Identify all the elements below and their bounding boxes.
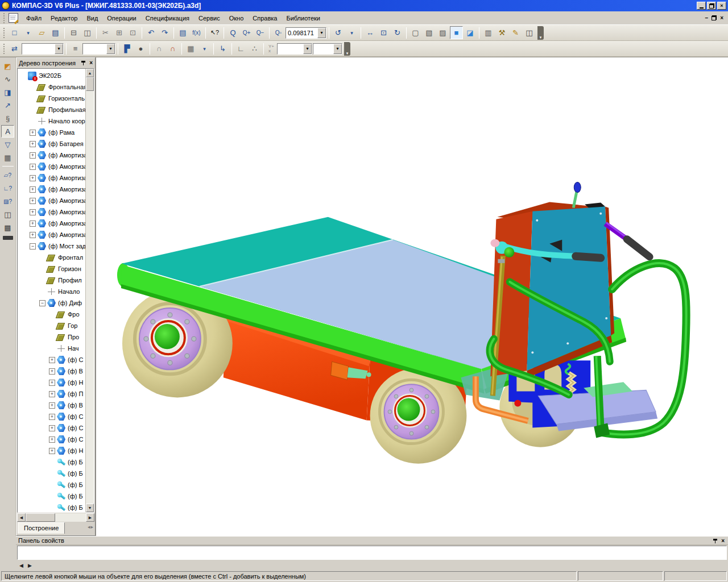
tree-node[interactable]: Начало коор [18, 115, 85, 127]
mdi-close-button[interactable]: × [720, 15, 723, 21]
spatial-curves-button[interactable]: ∿ [1, 73, 14, 85]
tree-node[interactable]: +(ф) С [18, 422, 85, 434]
tree-expander-icon[interactable]: + [30, 186, 36, 193]
edit-part-button[interactable]: ◩ [1, 60, 14, 72]
assembly-parts-button[interactable]: ▩ [1, 221, 14, 234]
tree-node[interactable]: Фронтал [18, 252, 85, 263]
tree-node[interactable]: +(ф) Амортиза [18, 172, 85, 184]
tree-node[interactable]: +(ф) В [18, 365, 85, 377]
scroll-down-icon[interactable]: ▼ [86, 504, 94, 512]
scale-combo-dropdown-icon[interactable]: ▾ [317, 28, 326, 38]
tree-node[interactable]: +(ф) Н [18, 377, 85, 388]
coord-y-input[interactable]: ▾ [277, 43, 312, 55]
scroll-right-icon[interactable]: ▶ [86, 513, 94, 522]
menu-item-9[interactable]: Библиотеки [282, 13, 325, 23]
shaded-button[interactable]: ■ [450, 26, 463, 39]
tab-next-icon[interactable]: ▸ [90, 524, 93, 530]
round-off-button[interactable]: ∴ [248, 42, 261, 55]
local-cs-button[interactable]: ↳ [216, 42, 229, 55]
tree-node[interactable]: +(ф) С [18, 354, 85, 365]
tree-expander-icon[interactable]: + [49, 402, 55, 409]
snap-global-button[interactable]: ∩ [152, 42, 166, 55]
tree-expander-icon[interactable]: + [30, 209, 36, 215]
orientation-dropdown[interactable]: ▾ [345, 26, 358, 39]
fit-all-button[interactable]: ⊡ [377, 26, 390, 39]
shape-button[interactable]: ● [134, 42, 147, 55]
mdi-restore-button[interactable] [712, 15, 717, 20]
state-toolbar-grip-handle[interactable] [3, 44, 6, 54]
zoom-in-button[interactable]: Q+ [240, 26, 253, 39]
measurements-button[interactable]: A [1, 125, 14, 138]
tree-node[interactable]: −(ф) Диф [18, 297, 85, 309]
paste-button[interactable]: ⊡ [126, 26, 139, 39]
copy-button[interactable]: ⊞ [113, 26, 126, 39]
tree-node[interactable]: Профильная [18, 104, 85, 115]
tree-node[interactable]: +(ф) Рама [18, 127, 85, 138]
check-hatch-button[interactable]: ▨? [1, 195, 14, 207]
ortho-button[interactable]: ∟ [234, 42, 247, 55]
tree-node[interactable]: +(ф) В [18, 400, 85, 411]
current-state-combo-dropdown-icon[interactable]: ▾ [55, 44, 63, 54]
cut-button[interactable]: ✂ [99, 26, 112, 39]
tree-expander-icon[interactable]: + [30, 141, 36, 147]
toolbar-grip-handle[interactable] [3, 28, 6, 38]
tree-panel-header[interactable]: Дерево построения × [16, 58, 95, 68]
properties-content-area[interactable] [17, 546, 727, 560]
tree-node[interactable]: +(ф) Амортиза [18, 206, 85, 218]
zoom-select-button[interactable]: Q [226, 26, 239, 39]
pin-icon[interactable] [81, 60, 86, 65]
close-button[interactable]: × [717, 2, 726, 10]
menu-item-6[interactable]: Сервис [194, 13, 225, 23]
snap-local-button[interactable]: ∩ [166, 42, 179, 55]
print-button[interactable]: ⊟ [67, 26, 80, 39]
tree-expander-icon[interactable]: + [49, 425, 55, 431]
properties-panel-header[interactable]: Панель свойств × [16, 536, 728, 545]
zoom-rect-button[interactable]: Q▫ [272, 26, 285, 39]
grid-dropdown[interactable]: ▾ [198, 42, 211, 55]
tree-expander-icon[interactable]: + [49, 380, 55, 386]
pan-button[interactable]: ↔ [363, 26, 377, 39]
grid-button[interactable]: ▦ [184, 42, 197, 55]
tree-node[interactable]: Гор [18, 320, 85, 331]
menu-item-8[interactable]: Справка [248, 13, 282, 23]
tree-expander-icon[interactable]: + [49, 436, 55, 443]
tree-expander-icon[interactable]: + [30, 130, 36, 136]
tree-node[interactable]: +(ф) С [18, 411, 85, 422]
stand-knob[interactable] [573, 182, 581, 208]
wireframe-button[interactable]: ▢ [409, 26, 422, 39]
tree-expander-icon[interactable]: + [49, 368, 55, 375]
save-button[interactable]: ▤ [49, 26, 62, 39]
surfaces-button[interactable]: ◨ [1, 86, 14, 98]
tree-node[interactable]: +(ф) Амортиза [18, 195, 85, 206]
tree-node[interactable]: Фро [18, 309, 85, 320]
redo-button[interactable]: ↷ [158, 26, 171, 39]
tree-expander-icon[interactable]: + [30, 198, 36, 204]
properties-toggle-button[interactable]: ◫ [523, 26, 536, 39]
check-corner-button[interactable]: ∟? [1, 182, 14, 194]
tree-node[interactable]: +(ф) Н [18, 445, 85, 456]
tree-node[interactable]: (ф) Б [18, 479, 85, 490]
menu-item-3[interactable]: Вид [82, 13, 102, 23]
tree-expander-icon[interactable]: + [30, 152, 36, 159]
tree-node[interactable]: −(ф) Мост задн [18, 240, 85, 252]
tree-expander-icon[interactable]: − [39, 300, 46, 306]
tree-node[interactable]: Начало [18, 286, 85, 297]
restore-button[interactable] [707, 2, 716, 10]
tree-node[interactable]: +(ф) Батарея а [18, 138, 85, 149]
hidden-lines-removed-button[interactable]: ▨ [436, 26, 449, 39]
open-button[interactable]: ▱ [35, 26, 48, 39]
check-plane-button[interactable]: ▱? [1, 169, 14, 181]
tree-node[interactable]: +(ф) Амортиза [18, 184, 85, 195]
tree-node[interactable]: (ф) Б [18, 456, 85, 468]
menu-item-7[interactable]: Окно [225, 13, 249, 23]
undo-button[interactable]: ↶ [144, 26, 158, 39]
sketch-mode-button[interactable]: ▛ [121, 42, 134, 55]
tree-node[interactable]: +(ф) П [18, 388, 85, 400]
3d-model-cart[interactable] [96, 57, 728, 536]
document-system-icon[interactable] [9, 13, 18, 23]
properties-pin-icon[interactable] [713, 538, 718, 543]
orientation-button[interactable]: ↺ [332, 26, 345, 39]
tree-expander-icon[interactable]: + [30, 221, 36, 227]
tree-expander-icon[interactable]: + [30, 232, 36, 238]
properties-close-icon[interactable]: × [720, 538, 726, 544]
